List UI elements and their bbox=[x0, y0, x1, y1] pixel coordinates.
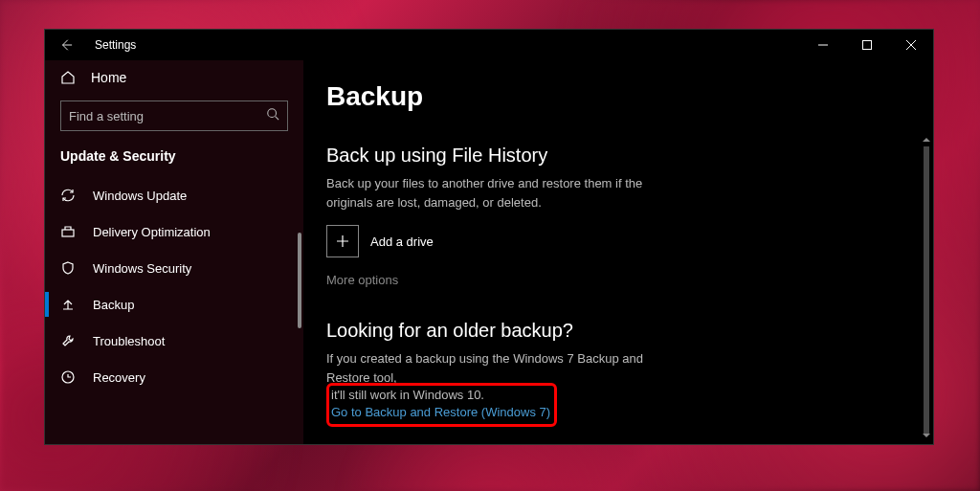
minimize-button[interactable] bbox=[801, 30, 845, 60]
sidebar-scrollbar[interactable] bbox=[298, 233, 301, 328]
sync-icon bbox=[60, 188, 76, 203]
recovery-icon bbox=[60, 369, 76, 385]
scroll-up-button[interactable] bbox=[922, 135, 931, 145]
section-older-backup-title: Looking for an older backup? bbox=[326, 320, 910, 342]
add-drive-label: Add a drive bbox=[370, 234, 434, 249]
backup-restore-win7-link[interactable]: Go to Backup and Restore (Windows 7) bbox=[331, 405, 550, 419]
svg-point-1 bbox=[268, 109, 277, 118]
category-header: Update & Security bbox=[45, 141, 303, 177]
sidebar-item-label: Backup bbox=[93, 298, 134, 312]
minimize-icon bbox=[818, 40, 828, 50]
sidebar: Home Update & Security Windows Update bbox=[45, 60, 303, 444]
back-button[interactable] bbox=[45, 30, 87, 60]
sidebar-item-label: Windows Security bbox=[93, 261, 191, 276]
home-nav-item[interactable]: Home bbox=[45, 60, 303, 95]
search-input[interactable] bbox=[69, 109, 266, 123]
home-icon bbox=[60, 70, 76, 85]
section-file-history-title: Back up using File History bbox=[326, 145, 910, 167]
sidebar-item-windows-security[interactable]: Windows Security bbox=[45, 250, 303, 286]
shield-icon bbox=[60, 260, 76, 276]
search-box[interactable] bbox=[60, 100, 288, 131]
home-label: Home bbox=[91, 70, 126, 85]
section-file-history-desc: Back up your files to another drive and … bbox=[326, 174, 690, 212]
backup-icon bbox=[60, 297, 76, 312]
section-older-backup-desc-line1: If you created a backup using the Window… bbox=[326, 349, 690, 387]
window-title: Settings bbox=[87, 38, 136, 52]
sidebar-item-label: Windows Update bbox=[93, 189, 187, 203]
sidebar-item-troubleshoot[interactable]: Troubleshoot bbox=[45, 323, 303, 359]
maximize-button[interactable] bbox=[845, 30, 889, 60]
arrow-left-icon bbox=[59, 38, 73, 52]
scroll-down-button[interactable] bbox=[922, 431, 931, 440]
sidebar-item-label: Recovery bbox=[93, 370, 145, 385]
sidebar-item-label: Troubleshoot bbox=[93, 334, 165, 348]
chevron-up-icon bbox=[923, 136, 930, 144]
wrench-icon bbox=[60, 333, 76, 348]
add-drive-button[interactable] bbox=[326, 225, 359, 257]
add-drive-row[interactable]: Add a drive bbox=[326, 225, 910, 257]
sidebar-item-recovery[interactable]: Recovery bbox=[45, 359, 303, 395]
sidebar-item-delivery-optimization[interactable]: Delivery Optimization bbox=[45, 213, 303, 250]
close-button[interactable] bbox=[889, 30, 933, 60]
plus-icon bbox=[335, 234, 350, 249]
content-scrollbar[interactable] bbox=[924, 146, 929, 434]
close-icon bbox=[906, 40, 916, 50]
section-older-backup-desc-line2: it'll still work in Windows 10. bbox=[331, 388, 484, 402]
chevron-down-icon bbox=[923, 432, 930, 439]
sidebar-item-label: Delivery Optimization bbox=[93, 225, 211, 239]
annotation-highlight-box: it'll still work in Windows 10. Go to Ba… bbox=[326, 383, 557, 427]
more-options-link[interactable]: More options bbox=[326, 273, 398, 287]
delivery-icon bbox=[60, 224, 76, 239]
window-controls bbox=[801, 30, 933, 60]
svg-rect-0 bbox=[863, 41, 872, 50]
sidebar-item-backup[interactable]: Backup bbox=[45, 286, 303, 323]
svg-rect-2 bbox=[62, 230, 74, 236]
window-body: Home Update & Security Windows Update bbox=[45, 60, 933, 444]
content-area: Backup Back up using File History Back u… bbox=[303, 60, 933, 444]
titlebar: Settings bbox=[45, 30, 933, 60]
settings-window: Settings Home bbox=[44, 29, 934, 445]
page-title: Backup bbox=[326, 81, 910, 112]
sidebar-item-windows-update[interactable]: Windows Update bbox=[45, 177, 303, 213]
maximize-icon bbox=[862, 40, 872, 50]
nav-list: Windows Update Delivery Optimization Win… bbox=[45, 177, 303, 395]
search-icon bbox=[266, 107, 279, 124]
